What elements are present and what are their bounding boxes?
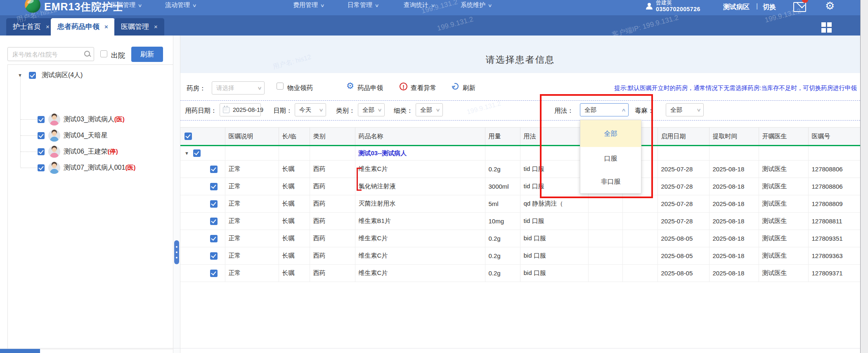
cell-usage: bid 口服 — [520, 247, 588, 265]
table-row[interactable]: 正常 长嘱 西药 氯化钠注射液 3000ml tid 口服 2025-07-28… — [180, 178, 860, 195]
view-errors-button[interactable]: 查看异常 — [411, 84, 436, 92]
close-icon[interactable]: × — [46, 23, 50, 30]
table-row[interactable]: 正常 长嘱 西药 维生素C片 0.2g bid 口服 2025-08-05 20… — [180, 247, 860, 265]
cell-extra-1 — [588, 265, 622, 282]
group-checkbox[interactable] — [193, 149, 201, 157]
patient-avatar — [48, 162, 60, 174]
cell-dose: 3000ml — [485, 178, 520, 195]
usage-dropdown-menu: 全部 口服 非口服 — [580, 120, 641, 194]
tab-order-management[interactable]: 医嘱管理× — [114, 18, 164, 36]
cell-order-desc: 正常 — [225, 178, 279, 195]
tree-root-ward[interactable]: ▼ 测试病区(4人) — [8, 69, 83, 81]
refresh-icon[interactable] — [452, 83, 459, 90]
toolbar-refresh-button[interactable]: 刷新 — [463, 84, 475, 92]
usage-filter-select[interactable]: 全部 ∧ — [580, 103, 629, 116]
cell-doctor: 测试医生 — [759, 195, 808, 213]
discharge-checkbox[interactable] — [100, 50, 107, 57]
search-input[interactable] — [12, 48, 83, 61]
patient-item[interactable]: 测试03_测试病人(医) — [8, 112, 125, 126]
tab-nurse-home[interactable]: 护士首页× — [6, 18, 56, 36]
expand-caret-icon[interactable]: ▼ — [184, 151, 189, 156]
row-checkbox[interactable] — [210, 200, 218, 208]
splitter-collapse-handle[interactable] — [174, 240, 179, 264]
content-area: 出院 刷新 ▼ 测试病区(4人) 测试03_测试病人(医) 测试04_天暗星 — [0, 36, 868, 353]
search-icon[interactable] — [84, 51, 90, 57]
settings-gear-icon[interactable]: ⚙ — [825, 0, 835, 12]
patient-item[interactable]: 测试06_王建荣(停) — [8, 145, 118, 159]
select-all-checkbox[interactable] — [184, 133, 192, 140]
cell-category: 西药 — [310, 178, 355, 195]
property-drug-checkbox[interactable] — [277, 83, 284, 90]
close-icon[interactable]: × — [104, 23, 108, 30]
table-row[interactable]: 正常 长嘱 西药 维生素B1片 10mg tid 口服 2025-07-28 2… — [180, 213, 860, 230]
switch-ward-button[interactable]: 切换 — [763, 3, 776, 12]
patient-checkbox[interactable] — [38, 116, 45, 123]
drug-apply-gear-icon[interactable]: ⚙ — [346, 81, 354, 91]
cell-order-desc: 正常 — [225, 247, 279, 265]
chevron-down-icon: ∨ — [320, 3, 324, 8]
cell-extra-1 — [588, 247, 622, 265]
day-filter-select[interactable]: 今天 ∨ — [295, 103, 326, 116]
patient-checkbox[interactable] — [38, 132, 45, 139]
patient-group-row[interactable]: ▼ 测试03--测试病人 — [180, 146, 860, 161]
medication-date-picker[interactable]: 2025-08-19 — [220, 103, 261, 116]
row-checkbox[interactable] — [210, 166, 218, 173]
user-icon — [646, 3, 653, 9]
panel-splitter — [173, 36, 180, 353]
row-checkbox[interactable] — [210, 183, 218, 190]
subcategory-filter-select[interactable]: 全部 ∨ — [416, 103, 443, 116]
toxic-filter-select[interactable]: 全部 ∨ — [666, 103, 704, 116]
patient-checkbox[interactable] — [38, 148, 45, 155]
cell-extra-2 — [622, 247, 658, 265]
pharmacy-select[interactable]: 请选择 ∨ — [212, 81, 265, 95]
row-checkbox[interactable] — [210, 235, 218, 242]
row-checkbox[interactable] — [210, 270, 218, 277]
cell-category: 西药 — [310, 230, 355, 247]
grid-layout-icon[interactable] — [821, 22, 832, 33]
table-row[interactable]: 正常 长嘱 西药 维生素C片 0.2g tid 口服 2025-07-28 20… — [180, 161, 860, 178]
cell-dose: 0.2g — [485, 265, 520, 282]
patient-item[interactable]: 测试07_测试病人001(医) — [8, 161, 135, 175]
menu-fee-management[interactable]: 费用管理∨ — [293, 1, 324, 9]
patient-avatar — [48, 146, 60, 158]
message-icon[interactable] — [793, 2, 806, 12]
cell-extract-time: 2025-08-18 — [709, 265, 759, 282]
menu-query-statistics[interactable]: 查询统计∨ — [404, 1, 435, 9]
cell-start-date: 2025-08-05 — [658, 247, 709, 265]
divider: | — [756, 2, 758, 10]
scrollbar-gutter[interactable] — [860, 0, 868, 353]
table-row[interactable]: 正常 长嘱 西药 灭菌注射用水 5ml qd 静脉滴注（ 2025-07-28 … — [180, 195, 860, 213]
table-row[interactable]: 正常 长嘱 西药 维生素C片 0.2g bid 口服 2025-08-05 20… — [180, 265, 860, 282]
cell-order-desc: 正常 — [225, 230, 279, 247]
drug-apply-button[interactable]: 药品申领 — [357, 84, 383, 92]
row-checkbox[interactable] — [210, 252, 218, 260]
patient-avatar — [48, 114, 60, 126]
cell-term: 长嘱 — [279, 247, 310, 265]
patient-checkbox[interactable] — [38, 164, 45, 171]
col-order-number: 医嘱号 — [808, 128, 860, 146]
cell-extra-2 — [622, 230, 658, 247]
close-icon[interactable]: × — [154, 23, 158, 30]
category-filter-select[interactable]: 全部 ∨ — [358, 103, 385, 116]
dropdown-option-oral[interactable]: 口服 — [580, 147, 641, 170]
category-filter-label: 类别： — [336, 107, 355, 115]
cell-drug-name: 维生素B1片 — [355, 213, 485, 230]
dropdown-option-all[interactable]: 全部 — [580, 120, 641, 147]
page-title: 请选择患者信息 — [180, 54, 860, 66]
row-checkbox[interactable] — [210, 218, 218, 225]
menu-daily-management[interactable]: 日常管理∨ — [348, 1, 378, 9]
table-row[interactable]: 正常 长嘱 西药 维生素C片 0.2g bid 口服 2025-08-05 20… — [180, 230, 860, 247]
ward-checkbox[interactable] — [29, 72, 36, 79]
menu-system-maintenance[interactable]: 系统维护∨ — [461, 1, 492, 9]
cell-term: 长嘱 — [279, 265, 310, 282]
sidebar-refresh-button[interactable]: 刷新 — [131, 47, 163, 62]
menu-flow-management[interactable]: 流动管理∨ — [165, 1, 196, 9]
top-bar: EMR13住院护士 医嘱管理∨ 流动管理∨ 费用管理∨ 日常管理∨ 查询统计∨ … — [0, 0, 868, 15]
cell-extra-1 — [588, 213, 622, 230]
dropdown-option-nonoral[interactable]: 非口服 — [580, 170, 641, 193]
exclamation-icon[interactable]: ! — [400, 83, 407, 90]
patient-item[interactable]: 测试04_天暗星 — [8, 128, 108, 142]
menu-order-management[interactable]: 医嘱管理∨ — [111, 1, 142, 9]
expand-caret-icon[interactable]: ▼ — [18, 73, 22, 78]
tab-patient-drug-application[interactable]: 患者药品申领× — [51, 18, 115, 36]
